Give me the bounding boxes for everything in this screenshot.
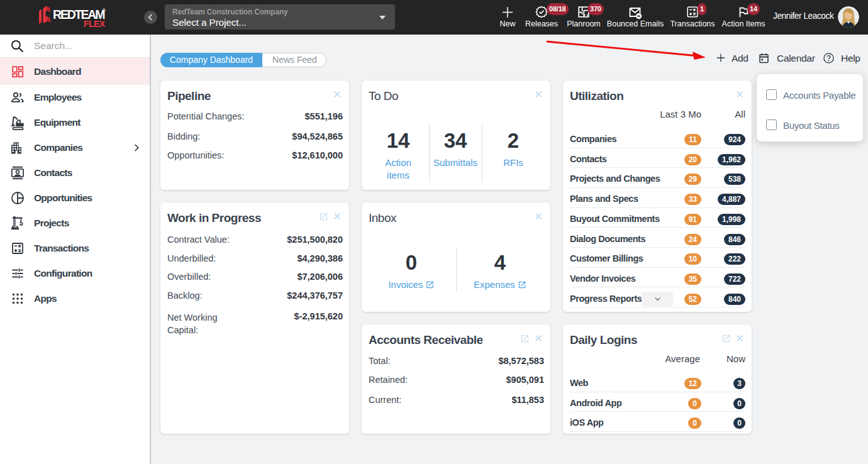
- svg-text:®: ®: [103, 8, 106, 13]
- svg-text:FLEX: FLEX: [84, 19, 106, 29]
